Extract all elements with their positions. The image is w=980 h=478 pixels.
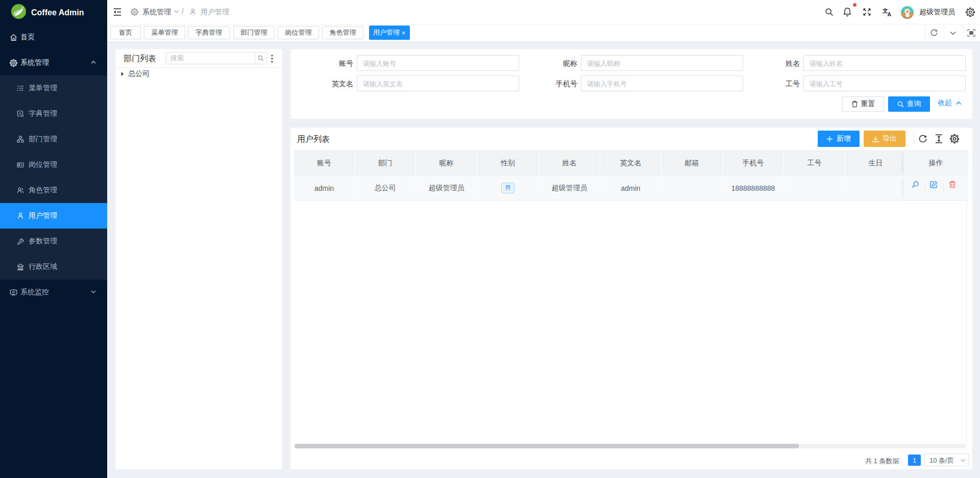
svg-text:A: A bbox=[19, 111, 21, 116]
svg-text:A: A bbox=[888, 11, 892, 17]
